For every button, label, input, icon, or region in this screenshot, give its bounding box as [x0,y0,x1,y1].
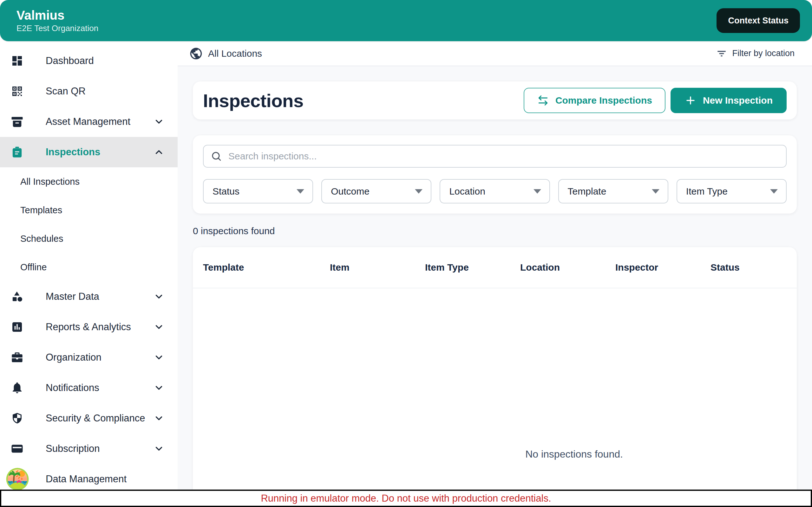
column-header-item: Item [330,262,425,273]
sidebar-item-label: Notifications [46,382,99,394]
filter-row: Status Outcome Location Template [203,179,786,204]
sidebar-subitem-all-inspections[interactable]: All Inspections [0,167,177,196]
app-root: Valmius E2E Test Organization Context St… [0,0,812,507]
sidebar-item-label: Dashboard [46,55,94,66]
dashboard-icon [11,55,23,67]
sidebar-item-label: Subscription [46,443,100,454]
outcome-filter-select[interactable]: Outcome [321,179,432,204]
sidebar-item-security-compliance[interactable]: Security & Compliance [0,403,177,434]
sidebar-item-reports-analytics[interactable]: Reports & Analytics [0,312,177,342]
context-status-button[interactable]: Context Status [716,8,800,33]
qr-code-icon [11,85,23,98]
location-context: All Locations [189,47,262,60]
sidebar: Dashboard Scan QR Asset Management Inspe… [0,41,177,507]
sidebar-item-label: Data Management [46,473,126,485]
item-type-filter-select[interactable]: Item Type [676,179,786,204]
sidebar-item-label: Master Data [46,291,99,302]
page-actions: Compare Inspections New Inspection [524,88,786,113]
archive-box-icon [11,115,23,128]
dropdown-arrow-icon [415,189,422,193]
status-filter-select[interactable]: Status [203,179,313,204]
new-inspection-label: New Inspection [703,95,773,106]
dropdown-arrow-icon [770,189,778,193]
chevron-down-icon [154,322,164,332]
sidebar-item-label: Inspections [46,147,100,158]
location-filter-select[interactable]: Location [440,179,550,204]
bell-icon [11,382,23,394]
chevron-down-icon [154,291,164,302]
bar-chart-icon [11,321,23,333]
sidebar-item-asset-management[interactable]: Asset Management [0,107,177,137]
globe-icon [189,47,203,60]
app-header: Valmius E2E Test Organization Context St… [0,0,812,41]
template-filter-label: Template [568,186,606,197]
briefcase-icon [11,351,23,364]
emulator-banner-message: Running in emulator mode. Do not use wit… [261,493,551,504]
chevron-down-icon [154,413,164,424]
location-topbar: All Locations Filter by location [177,41,812,66]
search-inspections-input[interactable] [203,145,786,168]
sidebar-item-label: Organization [46,352,101,363]
app-name: Valmius [16,8,98,22]
sidebar-subitem-templates[interactable]: Templates [0,196,177,224]
brand: Valmius E2E Test Organization [16,8,98,33]
island-icon [6,467,29,491]
filter-lines-icon [716,48,727,59]
empty-state-message: No inspections found. [193,288,797,460]
search-wrap [203,145,786,168]
outcome-filter-label: Outcome [331,186,369,197]
results-count: 0 inspections found [193,226,797,236]
page-header-card: Inspections Compare Inspections New Insp… [193,81,797,119]
column-header-status: Status [711,262,786,273]
sidebar-item-label: Reports & Analytics [46,321,131,333]
sidebar-item-dashboard[interactable]: Dashboard [0,46,177,76]
column-header-template: Template [203,262,330,273]
search-filters-card: Status Outcome Location Template [193,135,797,214]
sidebar-item-label: Asset Management [46,116,131,127]
plus-icon [684,95,697,107]
search-icon [211,151,222,162]
sidebar-item-scan-qr[interactable]: Scan QR [0,76,177,107]
chevron-down-icon [154,383,164,393]
org-subtitle: E2E Test Organization [16,23,98,33]
sidebar-item-organization[interactable]: Organization [0,342,177,373]
compare-arrows-icon [537,95,549,107]
page-title: Inspections [203,90,304,111]
compare-inspections-label: Compare Inspections [555,95,652,106]
clipboard-icon [11,146,23,158]
sidebar-subitem-offline[interactable]: Offline [0,253,177,281]
filter-by-location-label: Filter by location [732,49,795,58]
template-filter-select[interactable]: Template [558,179,668,204]
sidebar-subitem-schedules[interactable]: Schedules [0,224,177,253]
credit-card-icon [11,442,23,455]
sidebar-item-notifications[interactable]: Notifications [0,373,177,403]
status-filter-label: Status [212,186,240,197]
chevron-down-icon [154,116,164,127]
item-type-filter-label: Item Type [686,186,728,197]
chevron-up-icon [154,147,164,158]
column-header-location: Location [520,262,615,273]
chevron-down-icon [154,443,164,454]
column-header-inspector: Inspector [615,262,711,273]
dropdown-arrow-icon [297,189,304,193]
content: Inspections Compare Inspections New Insp… [177,66,812,507]
dropdown-arrow-icon [652,189,659,193]
sidebar-item-inspections[interactable]: Inspections [0,137,177,167]
location-filter-label: Location [449,186,485,197]
dropdown-arrow-icon [534,189,541,193]
sidebar-item-label: Scan QR [46,86,86,97]
location-context-label: All Locations [208,48,262,59]
table-header-row: Template Item Item Type Location Inspect… [193,247,797,288]
sidebar-item-master-data[interactable]: Master Data [0,281,177,312]
main-area: All Locations Filter by location Inspect… [177,41,812,507]
emulator-mode-banner: Running in emulator mode. Do not use wit… [0,490,812,507]
column-header-item-type: Item Type [425,262,520,273]
new-inspection-button[interactable]: New Inspection [670,88,786,113]
compare-inspections-button[interactable]: Compare Inspections [524,88,665,113]
sidebar-item-subscription[interactable]: Subscription [0,434,177,464]
shield-icon [11,412,23,425]
shapes-icon [11,290,23,303]
filter-by-location-button[interactable]: Filter by location [716,48,795,59]
chevron-down-icon [154,352,164,363]
inspections-table-card: Template Item Item Type Location Inspect… [193,247,797,507]
